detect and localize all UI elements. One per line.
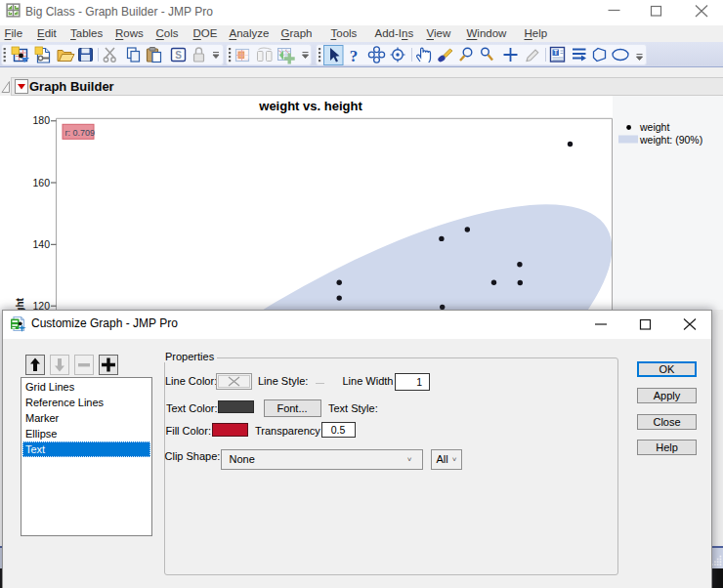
svg-text:?: ? [350, 47, 359, 65]
svg-text:r: 0.709: r: 0.709 [65, 128, 96, 138]
svg-text:weight: weight [15, 298, 25, 310]
svg-text:160: 160 [32, 177, 50, 189]
svg-text:120: 120 [32, 300, 50, 310]
svg-text:S: S [175, 50, 182, 61]
svg-text:180: 180 [32, 114, 50, 126]
svg-text:weight: weight [639, 121, 669, 133]
svg-text:T: T [554, 49, 558, 56]
svg-text:weight: (90%): weight: (90%) [639, 134, 702, 146]
svg-text:weight vs. height: weight vs. height [258, 99, 362, 113]
svg-text:140: 140 [32, 238, 50, 250]
